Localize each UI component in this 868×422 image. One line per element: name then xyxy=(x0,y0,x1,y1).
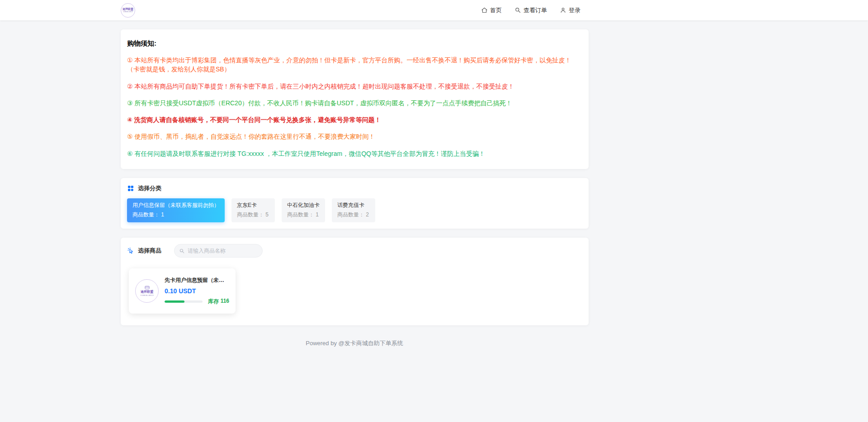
product-name: 先卡用户信息预留（未联... xyxy=(165,277,227,284)
product-search-input[interactable] xyxy=(188,248,258,254)
category-section-title: 选择分类 xyxy=(138,184,161,192)
category-chip-list: 用户信息保留（未联系客服前勿拍） 商品数量： 1 京东E卡 商品数量： 5 中石… xyxy=(127,198,582,222)
product-search-box xyxy=(174,244,263,258)
site-logo[interactable]: 迪拜联盟 DUBAI ALLIANCE xyxy=(121,3,135,18)
category-name: 用户信息保留（未联系客服前勿拍） xyxy=(132,202,219,209)
category-count: 商品数量： 5 xyxy=(237,211,269,219)
category-name: 中石化加油卡 xyxy=(287,202,320,209)
notice-item-4: ④ 洗货商人请自备核销账号，不要同一个平台同一个账号兑换多张，避免账号异常等问题… xyxy=(127,115,582,124)
notice-item-2: ② 本站所有商品均可自助下单提货！所有卡密下单后，请在三小时内之内核销完成！超时… xyxy=(127,82,582,91)
nav-login-label: 登录 xyxy=(569,6,580,14)
product-logo: 迪拜联盟 DUBAI ALLIANCE xyxy=(135,279,159,303)
top-nav: 迪拜联盟 DUBAI ALLIANCE 首页 查看订单 登录 xyxy=(0,0,868,20)
nav-inner: 迪拜联盟 DUBAI ALLIANCE 首页 查看订单 登录 xyxy=(121,0,589,20)
search-icon xyxy=(179,248,185,254)
page-footer: Powered by @发卡商城自助下单系统 xyxy=(0,339,709,347)
stock-value: 116 xyxy=(221,298,229,305)
notice-card: 购物须知: ① 本站所有卡类均出于博彩集团，色情直播等灰色产业，介意的勿拍！但卡… xyxy=(121,29,589,169)
nav-orders-label: 查看订单 xyxy=(524,6,547,14)
nav-home-link[interactable]: 首页 xyxy=(481,6,502,14)
site-logo-text: 迪拜联盟 xyxy=(123,8,133,11)
notice-item-5: ⑤ 使用假币、黑币，捣乱者，自觉滚远点！你的套路在这里行不通，不要浪费大家时间！ xyxy=(127,132,582,141)
notice-item-6: ⑥ 有任何问题请及时联系客服进行对接 TG:xxxxx ，本工作室只使用Tele… xyxy=(127,149,582,158)
category-chip-user-info[interactable]: 用户信息保留（未联系客服前勿拍） 商品数量： 1 xyxy=(127,198,225,222)
product-logo-subtext: DUBAI ALLIANCE xyxy=(140,294,153,296)
category-count: 商品数量： 1 xyxy=(132,211,219,219)
notice-item-3: ③ 所有卡密只接受USDT虚拟币（ERC20）付款，不收人民币！购卡请自备USD… xyxy=(127,98,582,108)
nav-login-link[interactable]: 登录 xyxy=(560,6,580,14)
stock-progress-fill xyxy=(165,300,184,303)
user-icon xyxy=(560,7,566,14)
stock-progress-bar xyxy=(165,300,203,303)
product-list: 迪拜联盟 DUBAI ALLIANCE 先卡用户信息预留（未联... 0.10 … xyxy=(127,268,582,314)
nav-links: 首页 查看订单 登录 xyxy=(481,6,580,14)
category-name: 京东E卡 xyxy=(237,202,269,209)
product-section: 选择商品 迪拜联盟 DUBAI ALLIANCE 先卡用户信息预留（未联... … xyxy=(121,238,589,325)
category-section: 选择分类 用户信息保留（未联系客服前勿拍） 商品数量： 1 京东E卡 商品数量：… xyxy=(121,178,589,229)
product-logo-text: 迪拜联盟 xyxy=(141,290,153,294)
site-logo-subtext: DUBAI ALLIANCE xyxy=(123,11,133,13)
category-count: 商品数量： 1 xyxy=(287,211,320,219)
notice-title: 购物须知: xyxy=(127,39,582,48)
category-chip-phone-topup[interactable]: 话费充值卡 商品数量： 2 xyxy=(332,198,375,222)
product-stock-row: 库存 116 xyxy=(165,298,229,305)
product-section-title: 选择商品 xyxy=(138,247,161,255)
nav-home-label: 首页 xyxy=(490,6,502,14)
product-section-header: 选择商品 xyxy=(127,244,582,258)
notice-item-1: ① 本站所有卡类均出于博彩集团，色情直播等灰色产业，介意的勿拍！但卡是新卡，官方… xyxy=(127,56,582,74)
nav-orders-link[interactable]: 查看订单 xyxy=(514,6,547,14)
product-card[interactable]: 迪拜联盟 DUBAI ALLIANCE 先卡用户信息预留（未联... 0.10 … xyxy=(129,268,236,314)
stock-label: 库存 xyxy=(208,298,219,305)
search-icon xyxy=(514,7,521,14)
stock-badge: 库存 116 xyxy=(208,298,229,305)
product-info: 先卡用户信息预留（未联... 0.10 USDT 库存 116 xyxy=(165,277,229,305)
footer-text: Powered by @发卡商城自助下单系统 xyxy=(306,340,403,347)
category-chip-sinopec-fuel[interactable]: 中石化加油卡 商品数量： 1 xyxy=(282,198,325,222)
home-icon xyxy=(481,7,488,14)
product-price: 0.10 USDT xyxy=(165,287,229,295)
card-logo-icon xyxy=(145,286,150,290)
category-grid-icon xyxy=(127,185,134,192)
category-name: 话费充值卡 xyxy=(337,202,370,209)
category-count: 商品数量： 2 xyxy=(337,211,370,219)
select-product-icon xyxy=(127,247,134,254)
main-content: 购物须知: ① 本站所有卡类均出于博彩集团，色情直播等灰色产业，介意的勿拍！但卡… xyxy=(121,29,589,325)
category-section-header: 选择分类 xyxy=(127,184,582,192)
category-chip-jd-ecard[interactable]: 京东E卡 商品数量： 5 xyxy=(231,198,275,222)
